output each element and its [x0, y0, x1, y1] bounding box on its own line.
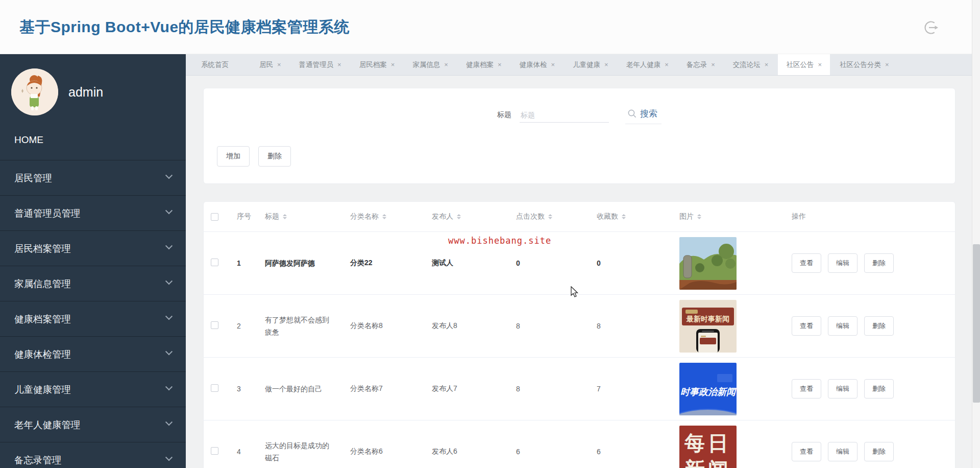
sidebar-item-elder-health-mgmt[interactable]: 老年人健康管理 — [0, 407, 186, 442]
table-row: 3 做一个最好的自己 分类名称7 发布人7 8 7 时事政治新闻 查看 编辑 删… — [204, 357, 955, 420]
tab-admin[interactable]: 普通管理员 — [291, 54, 350, 75]
column-header-publisher[interactable]: 发布人 — [432, 212, 516, 221]
sidebar-item-memo-mgmt[interactable]: 备忘录管理 — [0, 442, 186, 468]
page-scrollbar[interactable] — [972, 0, 980, 468]
chevron-down-icon — [165, 313, 173, 320]
edit-button[interactable]: 编辑 — [828, 253, 857, 273]
blue-news-poster-image[interactable]: 时事政治新闻 — [679, 363, 737, 415]
sidebar-item-child-health-mgmt[interactable]: 儿童健康管理 — [0, 371, 186, 407]
close-icon[interactable] — [498, 61, 502, 68]
sidebar-item-admin-mgmt[interactable]: 普通管理员管理 — [0, 195, 186, 230]
close-icon[interactable] — [711, 61, 715, 68]
nature-photo-image[interactable] — [679, 237, 737, 290]
daily-news-poster-image[interactable]: 每日 新闻 — [679, 426, 737, 468]
column-header-category[interactable]: 分类名称 — [350, 212, 432, 221]
scrollbar-thumb[interactable] — [973, 244, 980, 403]
sidebar-item-home[interactable]: HOME — [14, 130, 167, 150]
row-clicks: 8 — [516, 385, 597, 393]
close-icon[interactable] — [765, 61, 769, 68]
mouse-cursor — [571, 286, 582, 300]
tab-home[interactable]: 系统首页 — [193, 54, 237, 75]
sidebar-username: admin — [68, 85, 103, 100]
close-icon[interactable] — [604, 61, 608, 68]
sidebar-item-health-exam-mgmt[interactable]: 健康体检管理 — [0, 336, 186, 371]
view-button[interactable]: 查看 — [792, 379, 821, 399]
sidebar-item-family-info-mgmt[interactable]: 家属信息管理 — [0, 266, 186, 301]
chevron-down-icon — [165, 454, 173, 461]
tab-health-archive[interactable]: 健康档案 — [458, 54, 510, 75]
avatar[interactable] — [11, 68, 58, 115]
row-category: 分类名称6 — [350, 447, 432, 456]
chevron-down-icon — [165, 348, 173, 355]
column-header-image[interactable]: 图片 — [679, 212, 792, 221]
add-button[interactable]: 增加 — [217, 146, 250, 167]
svg-text:每日: 每日 — [684, 432, 731, 454]
sidebar-item-health-archive-mgmt[interactable]: 健康档案管理 — [0, 301, 186, 336]
column-header-favorites[interactable]: 收藏数 — [597, 212, 679, 221]
view-button[interactable]: 查看 — [792, 442, 821, 461]
row-title: 阿萨德发阿萨德 — [265, 257, 315, 269]
toolbar-buttons: 增加 删除 — [217, 146, 291, 167]
close-icon[interactable] — [551, 61, 555, 68]
row-checkbox[interactable] — [211, 447, 218, 455]
edit-button[interactable]: 编辑 — [828, 442, 857, 461]
delete-row-button[interactable]: 删除 — [864, 253, 894, 273]
chevron-down-icon — [165, 383, 173, 390]
main-content: 标题 搜索 增加 删除 序号 标题 分类名称 发布人 点击次数 收藏数 图片 — [186, 76, 972, 468]
search-icon — [627, 109, 637, 119]
close-icon[interactable] — [665, 61, 669, 68]
tab-child-health[interactable]: 儿童健康 — [565, 54, 617, 75]
chevron-down-icon — [165, 172, 173, 179]
column-header-title[interactable]: 标题 — [265, 212, 350, 221]
row-publisher: 测试人 — [432, 259, 516, 268]
search-button[interactable]: 搜索 — [625, 106, 662, 124]
search-input[interactable] — [520, 108, 609, 123]
row-category: 分类名称8 — [350, 321, 432, 331]
row-checkbox[interactable] — [211, 321, 218, 329]
close-icon[interactable] — [818, 61, 822, 68]
delete-button[interactable]: 删除 — [258, 146, 291, 167]
sort-caret-icon[interactable] — [382, 214, 386, 219]
svg-text:时事政治新闻: 时事政治新闻 — [680, 387, 737, 397]
view-button[interactable]: 查看 — [792, 253, 821, 273]
row-checkbox[interactable] — [211, 384, 218, 392]
tab-family-info[interactable]: 家属信息 — [404, 54, 456, 75]
sort-caret-icon[interactable] — [457, 214, 461, 219]
close-icon[interactable] — [444, 61, 448, 68]
close-icon[interactable] — [277, 61, 281, 68]
sidebar-item-resident-mgmt[interactable]: 居民管理 — [0, 160, 186, 195]
tab-community-notice[interactable]: 社区公告 — [778, 54, 830, 75]
tab-health-exam[interactable]: 健康体检 — [511, 54, 563, 75]
sort-caret-icon[interactable] — [548, 214, 552, 219]
row-favorites: 8 — [597, 322, 679, 330]
edit-button[interactable]: 编辑 — [828, 379, 857, 399]
tab-community-notice-category[interactable]: 社区公告分类 — [831, 54, 897, 75]
sort-caret-icon[interactable] — [622, 214, 626, 219]
column-header-no[interactable]: 序号 — [226, 212, 265, 221]
logout-icon[interactable] — [922, 18, 940, 37]
column-header-clicks[interactable]: 点击次数 — [516, 212, 597, 221]
tab-elder-health[interactable]: 老年人健康 — [618, 54, 677, 75]
select-all-checkbox[interactable] — [211, 213, 218, 221]
close-icon[interactable] — [337, 61, 341, 68]
row-no: 2 — [226, 322, 265, 330]
delete-row-button[interactable]: 删除 — [864, 379, 894, 399]
delete-row-button[interactable]: 删除 — [864, 442, 894, 461]
row-category: 分类名称7 — [350, 384, 432, 393]
table-row: 1 阿萨德发阿萨德 分类22 测试人 0 0 查 — [204, 231, 955, 294]
edit-button[interactable]: 编辑 — [828, 316, 857, 336]
row-clicks: 8 — [516, 322, 597, 330]
tab-resident-archive[interactable]: 居民档案 — [351, 54, 403, 75]
sort-caret-icon[interactable] — [283, 214, 287, 219]
tab-forum[interactable]: 交流论坛 — [725, 54, 777, 75]
row-checkbox[interactable] — [211, 259, 218, 266]
tab-resident[interactable]: 居民 — [251, 54, 289, 75]
tab-memo[interactable]: 备忘录 — [678, 54, 723, 75]
news-banner-phone-image[interactable]: 最新时事新闻 — [679, 300, 737, 353]
close-icon[interactable] — [391, 61, 395, 68]
sort-caret-icon[interactable] — [697, 214, 701, 219]
close-icon[interactable] — [885, 61, 889, 68]
view-button[interactable]: 查看 — [792, 316, 821, 336]
sidebar-item-resident-archive-mgmt[interactable]: 居民档案管理 — [0, 230, 186, 266]
delete-row-button[interactable]: 删除 — [864, 316, 894, 336]
